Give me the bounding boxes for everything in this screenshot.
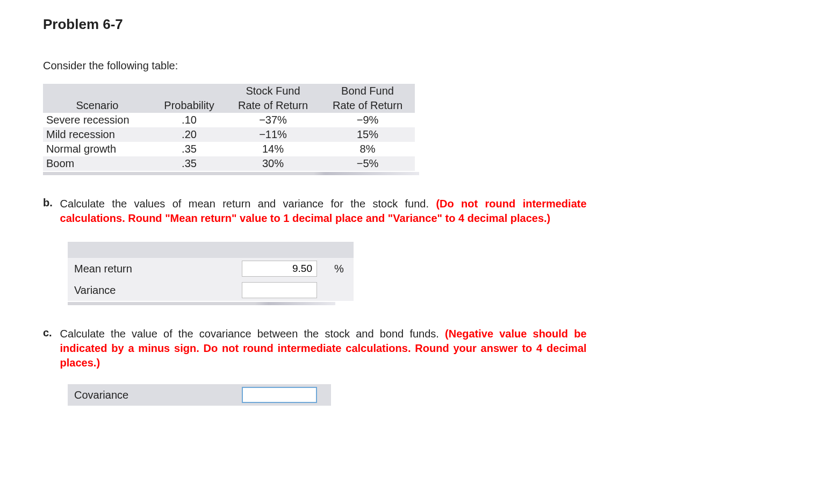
col-header-stock: Rate of Return <box>226 98 320 113</box>
col-header-stock-top: Stock Fund <box>226 84 320 98</box>
variance-input[interactable] <box>242 282 317 298</box>
answer-shadow <box>68 302 335 305</box>
mean-return-label: Mean return <box>68 258 239 279</box>
table-row: Mild recession .20 −11% 15% <box>43 127 415 142</box>
problem-content: Problem 6-7 Consider the following table… <box>43 16 591 406</box>
part-c-answers: Covariance <box>68 384 591 406</box>
part-c-body: Calculate the value of the covariance be… <box>60 327 587 370</box>
col-header-bond-top: Bond Fund <box>320 84 415 98</box>
mean-return-input[interactable] <box>242 261 317 277</box>
scenario-table: Stock Fund Bond Fund Scenario Probabilit… <box>43 84 415 171</box>
problem-title: Problem 6-7 <box>43 16 591 33</box>
part-c-letter: c. <box>43 327 57 339</box>
col-header-scenario: Scenario <box>43 98 153 113</box>
covariance-input[interactable] <box>242 387 317 403</box>
intro-text: Consider the following table: <box>43 60 591 72</box>
part-b-body: Calculate the values of mean return and … <box>60 197 587 226</box>
col-header-bond: Rate of Return <box>320 98 415 113</box>
part-c: c. Calculate the value of the covariance… <box>43 327 591 370</box>
part-b-text: Calculate the values of mean return and … <box>60 198 436 210</box>
answer-row-variance: Variance <box>68 279 354 301</box>
variance-label: Variance <box>68 279 239 301</box>
scenario-table-wrap: Stock Fund Bond Fund Scenario Probabilit… <box>43 84 591 175</box>
part-b-answers: Mean return % Variance <box>68 242 591 305</box>
part-b: b. Calculate the values of mean return a… <box>43 197 591 226</box>
variance-suffix <box>331 279 354 301</box>
part-c-text: Calculate the value of the covariance be… <box>60 328 445 340</box>
table-row: Severe recession .10 −37% −9% <box>43 113 415 127</box>
part-b-letter: b. <box>43 197 57 209</box>
answer-row-covariance: Covariance <box>68 384 331 406</box>
col-header-probability: Probability <box>153 98 226 113</box>
table-shadow <box>43 172 419 175</box>
covariance-label: Covariance <box>68 384 239 406</box>
mean-return-suffix: % <box>331 258 354 279</box>
answer-row-mean: Mean return % <box>68 258 354 279</box>
table-row: Normal growth .35 14% 8% <box>43 142 415 156</box>
table-row: Boom .35 30% −5% <box>43 156 415 171</box>
